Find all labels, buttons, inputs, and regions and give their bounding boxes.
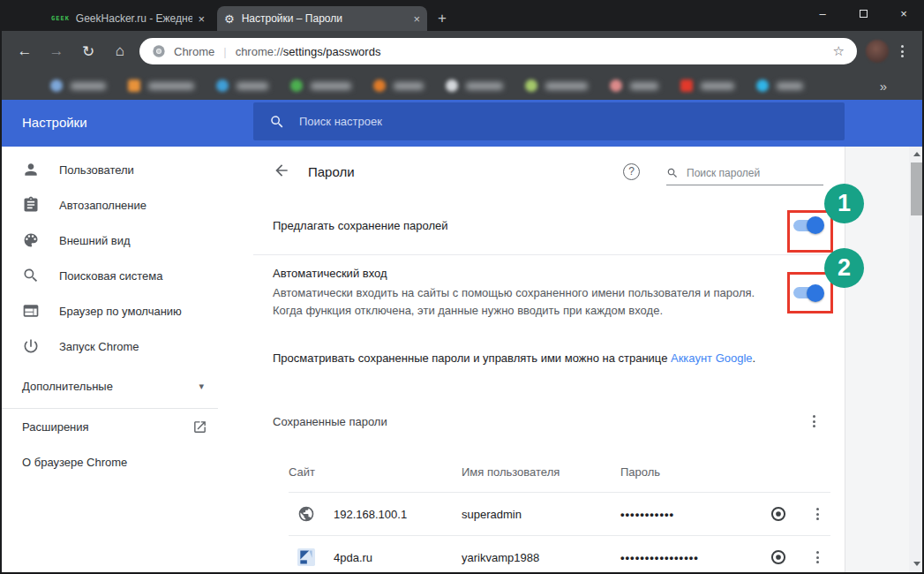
new-tab-button[interactable]: + xyxy=(438,10,447,27)
toggle-thumb xyxy=(807,216,824,234)
sidebar-item-search-engine[interactable]: Поисковая система xyxy=(0,258,253,293)
sidebar-item-label: Расширения xyxy=(22,420,89,434)
forward-button[interactable]: → xyxy=(41,35,72,67)
maximize-button[interactable] xyxy=(843,0,883,26)
autofill-icon xyxy=(22,196,40,214)
column-username: Имя пользователя xyxy=(462,465,620,479)
page-title: Пароли xyxy=(308,164,355,179)
bookmarks-bar: » xyxy=(0,72,924,100)
saved-passwords-table: Сайт Имя пользователя Пароль 192.168.100… xyxy=(289,452,830,574)
bookmark-label xyxy=(394,82,424,90)
4pda-favicon xyxy=(297,548,315,566)
close-window-button[interactable]: × xyxy=(883,0,924,26)
sidebar-item-label: Запуск Chrome xyxy=(59,340,139,353)
chrome-icon xyxy=(152,44,166,58)
back-arrow-button[interactable] xyxy=(273,162,292,181)
bookmark-item[interactable] xyxy=(680,79,734,92)
site-url[interactable]: 192.168.100.1 xyxy=(334,508,407,521)
url-scheme: chrome:// xyxy=(236,45,283,58)
minimize-button[interactable]: – xyxy=(802,0,843,26)
scrollbar-thumb[interactable] xyxy=(911,162,922,215)
address-bar[interactable]: Chrome | chrome://settings/passwords ☆ xyxy=(139,38,857,64)
profile-avatar[interactable] xyxy=(866,40,889,63)
offer-save-passwords-row: Предлагать сохранение паролей xyxy=(253,196,845,255)
site-settings-label[interactable]: Chrome xyxy=(174,45,214,58)
site-url[interactable]: 4pda.ru xyxy=(334,551,372,564)
annotation-badge-1: 1 xyxy=(824,184,864,223)
sidebar-item-label: Автозаполнение xyxy=(59,199,146,212)
show-password-icon[interactable] xyxy=(767,546,790,569)
help-icon[interactable]: ? xyxy=(623,163,640,180)
auto-signin-description: Автоматически входить на сайты с помощью… xyxy=(273,284,783,320)
username: superadmin xyxy=(462,508,620,521)
password-search-input[interactable]: Поиск паролей xyxy=(666,167,823,185)
bookmark-item[interactable] xyxy=(50,79,106,92)
titlebar: GEEK GeekHacker.ru - Ежедневный жу × ⚙ Н… xyxy=(0,0,924,31)
browser-menu-button[interactable] xyxy=(889,38,915,64)
sidebar-item-advanced[interactable]: Дополнительные ▾ xyxy=(0,368,253,404)
sidebar-item-label: О браузере Chrome xyxy=(22,456,127,469)
triangle-down-icon xyxy=(913,562,920,566)
sidebar-item-users[interactable]: Пользователи xyxy=(0,152,253,187)
sidebar-item-about-chrome[interactable]: О браузере Chrome xyxy=(0,444,253,480)
bookmarks-overflow-button[interactable]: » xyxy=(880,79,887,94)
row-menu-button[interactable] xyxy=(804,501,830,527)
passwords-card: Пароли ? Поиск паролей Предлагать сохран… xyxy=(253,147,845,572)
bookmark-star-icon[interactable]: ☆ xyxy=(833,43,845,59)
bookmark-favicon xyxy=(50,79,63,92)
bookmark-item[interactable] xyxy=(128,79,194,92)
sidebar-item-appearance[interactable]: Внешний вид xyxy=(0,223,253,258)
bookmark-favicon xyxy=(373,79,386,92)
bookmark-label xyxy=(545,82,588,90)
home-button[interactable]: ⌂ xyxy=(104,35,136,67)
row-menu-button[interactable] xyxy=(804,544,830,570)
bookmark-item[interactable] xyxy=(216,79,268,92)
back-button[interactable]: ← xyxy=(9,35,41,67)
google-account-link[interactable]: Аккаунт Google xyxy=(671,351,753,365)
sidebar-item-extensions[interactable]: Расширения xyxy=(0,409,253,444)
window-edge-left xyxy=(0,31,2,574)
annotation-badge-2: 2 xyxy=(824,248,864,288)
sidebar-item-startup[interactable]: Запуск Chrome xyxy=(0,329,253,364)
saved-passwords-menu-button[interactable] xyxy=(800,408,827,434)
search-icon xyxy=(269,114,285,130)
sidebar-item-default-browser[interactable]: Браузер по умолчанию xyxy=(0,293,253,329)
bookmark-item[interactable] xyxy=(525,79,588,92)
tab-close-icon[interactable]: × xyxy=(413,12,420,26)
bookmark-item[interactable] xyxy=(756,79,803,92)
sidebar-item-label: Пользователи xyxy=(59,163,134,177)
bookmark-favicon xyxy=(290,79,303,92)
search-icon xyxy=(22,267,40,284)
tab-settings-passwords[interactable]: ⚙ Настройки – Пароли × xyxy=(217,6,427,31)
passwords-card-header: Пароли ? Поиск паролей xyxy=(253,147,845,196)
settings-sidebar: Пользователи Автозаполнение Внешний вид … xyxy=(0,147,253,572)
arrow-back-icon xyxy=(273,162,290,179)
omnibox-separator: | xyxy=(223,45,226,58)
sidebar-item-autofill[interactable]: Автозаполнение xyxy=(0,187,253,223)
bookmark-item[interactable] xyxy=(446,79,503,92)
reload-button[interactable]: ↻ xyxy=(72,35,104,67)
bookmarks-list xyxy=(50,79,825,92)
bookmark-item[interactable] xyxy=(373,79,424,92)
column-password: Пароль xyxy=(620,465,767,479)
settings-search-input[interactable]: Поиск настроек xyxy=(253,102,845,140)
bookmark-label xyxy=(311,82,351,90)
bookmark-item[interactable] xyxy=(610,79,658,92)
bookmark-favicon xyxy=(216,79,229,92)
settings-header: Настройки Поиск настроек xyxy=(0,100,924,147)
google-account-note: Просматривать сохраненные пароли и управ… xyxy=(253,332,845,367)
browser-window: GEEK GeekHacker.ru - Ежедневный жу × ⚙ Н… xyxy=(0,0,924,574)
triangle-up-icon xyxy=(913,152,920,156)
bookmark-item[interactable] xyxy=(290,79,351,92)
bookmark-label xyxy=(777,82,803,90)
table-row: 192.168.100.1 superadmin ••••••••••• xyxy=(289,493,830,536)
tab-close-icon[interactable]: × xyxy=(198,12,205,26)
saved-passwords-title: Сохраненные пароли xyxy=(273,415,387,428)
external-link-icon xyxy=(192,419,207,434)
bookmark-favicon xyxy=(756,79,769,92)
show-password-icon[interactable] xyxy=(767,502,790,525)
offer-save-toggle[interactable] xyxy=(793,220,823,231)
tab-geekhacker[interactable]: GEEK GeekHacker.ru - Ежедневный жу × xyxy=(44,6,212,31)
auto-signin-toggle[interactable] xyxy=(793,287,823,298)
appearance-icon xyxy=(22,231,40,249)
